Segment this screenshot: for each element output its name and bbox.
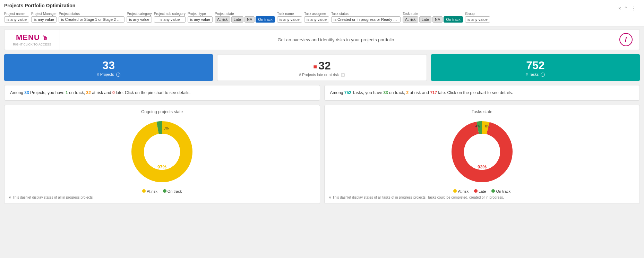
- task-state-filter: Task state At risk Late NA On track: [403, 12, 463, 23]
- kpi-tasks[interactable]: 752 # Tasks i: [431, 54, 640, 81]
- menu-subtitle: RIGHT CLICK TO ACCESS: [13, 43, 51, 46]
- legend-atrisk-dot: [142, 189, 146, 193]
- project-state-atrisk-btn[interactable]: At risk: [215, 16, 230, 23]
- summary-tasks-late: 717: [430, 90, 437, 95]
- summary-projects-atrisk: 32: [86, 90, 91, 95]
- project-name-label: Project name: [4, 12, 29, 16]
- svg-text:4%: 4%: [475, 124, 481, 128]
- summary-row: Among 33 Projects, you have 1 on track, …: [4, 85, 640, 101]
- menu-icon[interactable]: ⋮: [631, 6, 636, 11]
- tasks-chart-footer: ∨ This dashlet display states of all tas…: [329, 195, 636, 199]
- project-category-label: Project category: [127, 12, 152, 16]
- project-manager-label: Project Manager: [31, 12, 57, 16]
- menu-section[interactable]: MENU 🖱 RIGHT CLICK TO ACCESS: [5, 30, 60, 50]
- filter-bar: Project name is any value Project Manage…: [4, 10, 640, 25]
- tasks-chart-title: Tasks state: [329, 109, 636, 114]
- legend-ontrack-tasks-dot: [491, 189, 495, 193]
- kpi-tasks-label: # Tasks i: [435, 72, 636, 77]
- summary-projects-late: 0: [112, 90, 115, 95]
- kpi-projects-late-number: ■32: [222, 60, 422, 71]
- projects-chart-chevron[interactable]: ∨: [9, 195, 11, 199]
- info-section: i: [612, 30, 639, 50]
- legend-atrisk-projects: At risk: [142, 189, 157, 193]
- info-icon[interactable]: i: [619, 33, 633, 46]
- project-name-btn[interactable]: is any value: [4, 16, 29, 23]
- kpi-projects-late[interactable]: ■32 # Projects late or at risk i: [217, 54, 427, 81]
- kpi-projects[interactable]: 33 # Projects i: [4, 54, 213, 81]
- tasks-chart-chevron[interactable]: ∨: [329, 195, 331, 199]
- summary-tasks-ontrack: 33: [383, 90, 388, 95]
- project-sub-category-filter: Project sub category is any value: [154, 12, 186, 23]
- group-btn[interactable]: is any value: [465, 16, 490, 23]
- tasks-chart-area[interactable]: 93% 4% 0% At risk Late: [329, 117, 636, 193]
- top-banner: MENU 🖱 RIGHT CLICK TO ACCESS Get an over…: [4, 29, 640, 50]
- task-assignee-label: Task assignee: [304, 12, 329, 16]
- project-sub-category-btn[interactable]: is any value: [154, 16, 186, 23]
- maximize-icon[interactable]: ⌃: [624, 6, 628, 11]
- svg-text:3%: 3%: [164, 126, 169, 130]
- summary-projects-total: 33: [24, 90, 29, 95]
- project-type-label: Project type: [188, 12, 213, 16]
- tasks-chart-card: Tasks state: [324, 105, 640, 204]
- projects-chart-title: Ongoing projects state: [9, 109, 316, 114]
- project-category-btn[interactable]: is any value: [127, 16, 152, 23]
- project-category-filter: Project category is any value: [127, 12, 152, 23]
- banner-description: Get an overview and identify risks in yo…: [60, 30, 612, 50]
- projects-chart-footer: ∨ This dashlet display states of all in …: [9, 195, 316, 199]
- group-label: Group: [465, 12, 490, 16]
- project-manager-btn[interactable]: is any value: [31, 16, 57, 23]
- project-state-ontrack-btn[interactable]: On track: [256, 16, 275, 23]
- tasks-summary-card: Among 752 Tasks, you have 33 on track, 2…: [324, 85, 640, 101]
- minimize-icon[interactable]: ×: [618, 6, 621, 11]
- projects-chart-area[interactable]: 97% 3% At risk On track: [9, 117, 316, 193]
- projects-chart-card: Ongoing projects state: [4, 105, 320, 204]
- projects-chart-legend: At risk On track: [142, 189, 182, 193]
- task-assignee-filter: Task assignee is any value: [304, 12, 329, 23]
- kpi-projects-number: 33: [8, 60, 209, 71]
- project-state-late-btn[interactable]: Late: [231, 16, 243, 23]
- task-assignee-btn[interactable]: is any value: [304, 16, 329, 23]
- task-state-na-btn[interactable]: NA: [432, 16, 443, 23]
- project-type-btn[interactable]: is any value: [188, 16, 213, 23]
- legend-ontrack-dot: [163, 189, 166, 193]
- svg-text:0%: 0%: [485, 124, 490, 128]
- menu-logo: MENU 🖱: [16, 33, 48, 42]
- task-state-ontrack-btn[interactable]: On track: [444, 16, 463, 23]
- legend-late-tasks: Late: [474, 189, 486, 193]
- tasks-chart-legend: At risk Late On track: [453, 189, 510, 193]
- summary-tasks-atrisk: 2: [406, 90, 409, 95]
- tasks-donut-svg: 93% 4% 0%: [447, 117, 517, 186]
- task-name-filter: Task name is any value: [277, 12, 302, 23]
- legend-atrisk-tasks: At risk: [453, 189, 469, 193]
- task-status-filter: Task status is Created or In progress or…: [331, 12, 401, 23]
- project-status-label: Project status: [59, 12, 124, 16]
- summary-tasks-total: 752: [344, 90, 351, 95]
- svg-text:93%: 93%: [478, 164, 487, 169]
- kpi-projects-label: # Projects i: [8, 72, 209, 77]
- chart-row: Ongoing projects state: [4, 105, 640, 204]
- task-state-label: Task state: [403, 12, 463, 16]
- project-state-na-btn[interactable]: NA: [244, 16, 255, 23]
- legend-ontrack-tasks: On track: [491, 189, 510, 193]
- summary-projects-ontrack: 1: [66, 90, 68, 95]
- project-sub-category-label: Project sub category: [154, 12, 186, 16]
- task-state-late-btn[interactable]: Late: [419, 16, 431, 23]
- task-status-btn[interactable]: is Created or In progress or Ready or Su…: [331, 16, 401, 23]
- task-name-label: Task name: [277, 12, 302, 16]
- project-state-filter: Project state At risk Late NA On track: [215, 12, 275, 23]
- group-filter: Group is any value: [465, 12, 490, 23]
- app-title: Projects Portfolio Optimization: [4, 3, 640, 8]
- projects-chart-footer-text: This dashlet display states of all in pr…: [12, 195, 93, 199]
- project-status-btn[interactable]: is Created or Stage 1 or Stage 2 or Wait…: [59, 16, 124, 23]
- project-name-filter: Project name is any value: [4, 12, 29, 23]
- task-state-atrisk-btn[interactable]: At risk: [403, 16, 418, 23]
- projects-summary-card: Among 33 Projects, you have 1 on track, …: [4, 85, 320, 101]
- kpi-row: 33 # Projects i ■32 # Projects late or a…: [4, 54, 640, 81]
- tasks-chart-footer-text: This dashlet display states of all tasks…: [333, 195, 504, 199]
- task-name-btn[interactable]: is any value: [277, 16, 302, 23]
- window-controls: × ⌃ ⋮: [618, 6, 636, 11]
- svg-text:97%: 97%: [157, 164, 166, 169]
- project-state-label: Project state: [215, 12, 275, 16]
- task-status-label: Task status: [331, 12, 401, 16]
- kpi-tasks-number: 752: [435, 60, 636, 71]
